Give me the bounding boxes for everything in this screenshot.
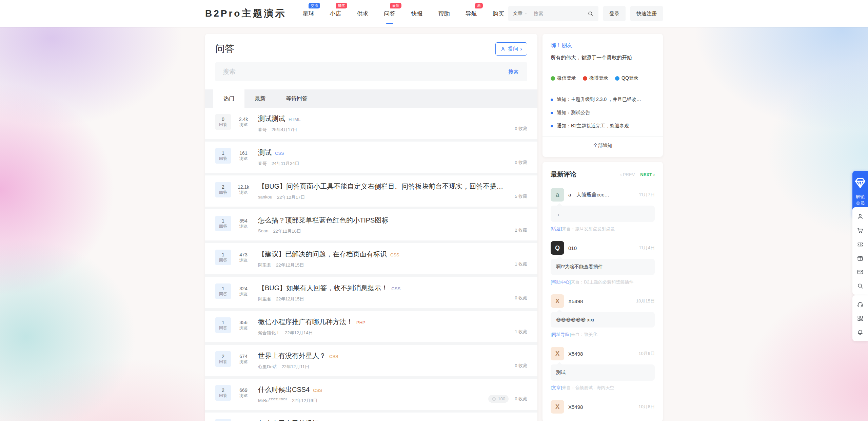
site-logo[interactable]: B2Pro主题演示 [205, 7, 286, 20]
comment-author[interactable]: X5498 [568, 404, 583, 410]
question-author[interactable]: 心里De话 [258, 364, 277, 370]
comment-source-tag[interactable]: [话题] [551, 226, 562, 231]
question-tag[interactable]: CSS [329, 354, 338, 359]
nav-item[interactable]: 供求 [357, 0, 368, 27]
social-dot-icon [583, 76, 587, 81]
question-tag[interactable]: CSS [391, 286, 400, 291]
nav-item[interactable]: 问答 最新 [384, 0, 395, 27]
nav-item[interactable]: 快报 [411, 0, 422, 27]
comment-text[interactable]: 测试 [551, 364, 655, 381]
headset-icon[interactable] [852, 297, 868, 311]
user-icon[interactable] [852, 209, 868, 223]
qa-tab[interactable]: 最新 [244, 89, 276, 108]
comment-author[interactable]: X5498 [568, 351, 583, 357]
question-row[interactable]: 1回答 161浏览 测试 CSS 春哥 24年11月24日 0 收藏 [205, 139, 537, 173]
question-title[interactable]: 什么时候出CSS4 [258, 385, 310, 394]
comment-author[interactable]: aゞ大熊瓶盖ccc… [568, 192, 609, 198]
social-login-button[interactable]: 微信登录 [551, 75, 576, 81]
search-category-select[interactable]: 文章 [513, 10, 528, 17]
comment-author[interactable]: 010 [568, 245, 577, 251]
question-author[interactable]: 春哥 [258, 161, 267, 167]
notice-item[interactable]: 通知：B2主题接近完工，欢迎参观 [551, 123, 655, 129]
question-author[interactable]: Sean [258, 228, 268, 234]
qrcode-icon[interactable] [852, 311, 868, 325]
qa-tabs: 热门 最新 等待回答 [205, 89, 537, 108]
question-title[interactable]: 测试测试 [258, 114, 285, 123]
search-icon[interactable] [587, 10, 594, 17]
comment-text[interactable]: 啊/?为啥不能查看插件 [551, 259, 655, 275]
gift-icon[interactable] [852, 251, 868, 265]
question-author[interactable]: 阿里君 [258, 296, 271, 302]
comment-source: [话题]来自：撒旦发射点发射点发 [551, 226, 655, 232]
chevron-right-icon: › [653, 172, 655, 177]
comment-author[interactable]: X5498 [568, 298, 583, 304]
qa-tab[interactable]: 等待回答 [276, 89, 318, 108]
nav-item[interactable]: 导航 新 [465, 0, 477, 27]
all-notices-link[interactable]: 全部通知 [542, 136, 663, 149]
mail-icon[interactable] [852, 265, 868, 279]
comment-date: 10月8日 [638, 404, 655, 410]
comment-date: 10月9日 [638, 351, 655, 357]
cart-icon[interactable] [852, 223, 868, 237]
question-row[interactable]: 0回答 2.4k浏览 测试测试 HTML 春哥 25年4月17日 0 收藏 [205, 108, 537, 139]
social-login-button[interactable]: QQ登录 [615, 75, 638, 81]
nav-item[interactable]: 星球 交流 [302, 0, 314, 27]
comments-next-button[interactable]: NEXT › [640, 172, 655, 177]
question-author[interactable]: MrBo13353145831 [258, 398, 287, 404]
question-row[interactable]: 1回答 854浏览 怎么搞？顶部菜单栏蓝色红色的小TIPS图标 Sean 22年… [205, 207, 537, 240]
comment-source-tag[interactable]: [帮助中心] [551, 279, 571, 285]
question-tag[interactable]: PHP [356, 320, 366, 325]
social-login-button[interactable]: 微博登录 [583, 75, 608, 81]
question-title[interactable]: 怎么查看自已的提问？ [258, 419, 326, 421]
qa-search-input[interactable] [222, 68, 506, 76]
question-title[interactable]: 微信小程序推广有哪几种方法！ [258, 317, 353, 327]
question-tag[interactable]: CSS [275, 151, 284, 156]
question-title[interactable]: 怎么搞？顶部菜单栏蓝色红色的小TIPS图标 [258, 216, 388, 225]
nav-item[interactable]: 购买 [492, 0, 504, 27]
question-title[interactable]: 【BUG】问答页面小工具不能自定义右侧栏目。问答板块前台不现实，回答不提示。所… [258, 182, 508, 191]
question-row[interactable]: 2回答 674浏览 世界上有没有外星人？ CSS 心里De话 22年12月11日… [205, 342, 537, 376]
notice-item[interactable]: 通知：主题升级到 2.3.0 ，并且已经改… [551, 97, 655, 103]
avatar[interactable]: a [551, 188, 564, 202]
register-button[interactable]: 快速注册 [630, 6, 663, 21]
nav-item[interactable]: 小店 抽奖 [330, 0, 341, 27]
notice-item[interactable]: 通知：测试公告 [551, 110, 655, 116]
login-button[interactable]: 登录 [603, 6, 626, 21]
question-row[interactable]: 1回答 235浏览 怎么查看自已的提问？ CSS 春哥 22年12月8日 0 收… [205, 410, 537, 421]
avatar[interactable]: X [551, 294, 564, 308]
comment-source-tag[interactable]: [网址导航] [551, 332, 571, 337]
question-title[interactable]: 【建议】已解决的问题，在存档页面有标识 [258, 250, 387, 259]
qa-search-button[interactable]: 搜索 [506, 68, 520, 76]
question-tag[interactable]: CSS [313, 388, 322, 393]
question-row[interactable]: 2回答 12.1k浏览 【BUG】问答页面小工具不能自定义右侧栏目。问答板块前台… [205, 173, 537, 207]
comment-source-tag[interactable]: [文章] [551, 385, 562, 390]
comment-text[interactable]: ， [551, 206, 655, 222]
avatar[interactable]: Q [551, 241, 564, 255]
search-icon[interactable] [852, 279, 868, 293]
question-date: 22年12月14日 [285, 330, 313, 336]
question-author[interactable]: 聚合猫化工 [258, 330, 280, 336]
question-row[interactable]: 2回答 669浏览 什么时候出CSS4 CSS MrBo13353145831 … [205, 376, 537, 410]
nav-search-input[interactable] [533, 10, 587, 17]
comment-text[interactable]: 😎😎😎😎😎😎 xixi [551, 312, 655, 328]
question-tag[interactable]: CSS [390, 252, 399, 257]
ask-question-button[interactable]: 提问 › [495, 42, 527, 56]
question-author[interactable]: 阿里君 [258, 262, 271, 268]
question-title[interactable]: 测试 [258, 148, 272, 157]
ticket-icon[interactable] [852, 237, 868, 251]
comments-prev-button[interactable]: ‹ PREV [620, 172, 635, 177]
question-title[interactable]: 【BUG】如果有人回答，收不到消息提示！ [258, 283, 388, 293]
question-author[interactable]: 春哥 [258, 127, 267, 133]
question-tag[interactable]: HTML [289, 117, 300, 122]
question-row[interactable]: 1回答 473浏览 【建议】已解决的问题，在存档页面有标识 CSS 阿里君 22… [205, 240, 537, 274]
question-title[interactable]: 世界上有没有外星人？ [258, 351, 326, 360]
avatar[interactable]: X [551, 347, 564, 360]
bell-icon[interactable] [852, 325, 868, 339]
question-row[interactable]: 1回答 324浏览 【BUG】如果有人回答，收不到消息提示！ CSS 阿里君 2… [205, 274, 537, 308]
question-author[interactable]: sankou [258, 194, 272, 201]
nav-item[interactable]: 帮助 [438, 0, 450, 27]
qa-tab[interactable]: 热门 [213, 89, 244, 108]
avatar[interactable]: X [551, 400, 564, 414]
question-row[interactable]: 1回答 356浏览 微信小程序推广有哪几种方法！ PHP 聚合猫化工 22年12… [205, 308, 537, 342]
divider [542, 89, 663, 89]
